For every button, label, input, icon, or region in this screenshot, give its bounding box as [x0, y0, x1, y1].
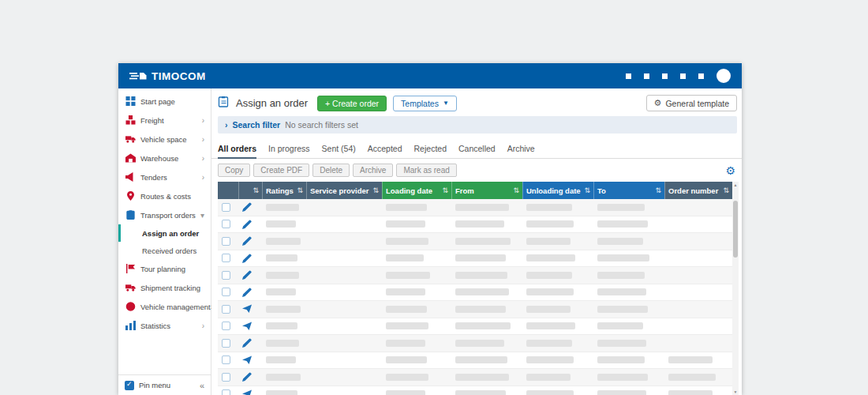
edit-pencil-icon[interactable] [242, 338, 252, 348]
sidebar-item-received-orders[interactable]: Received orders [118, 242, 211, 259]
create-pdf-button[interactable]: Create PDF [253, 164, 309, 177]
row-checkbox[interactable] [222, 254, 230, 262]
row-checkbox[interactable] [222, 203, 230, 212]
table-row[interactable] [218, 284, 732, 302]
scrollbar-thumb[interactable] [733, 201, 738, 258]
pin-menu-checkbox[interactable] [125, 381, 134, 390]
column-header-unloading_date[interactable]: Unloading date⇅ [522, 182, 593, 199]
sidebar-item-warehouse[interactable]: Warehouse› [118, 149, 211, 167]
vertical-scrollbar[interactable]: ▲ ▼ [732, 182, 739, 395]
sidebar-item-freight[interactable]: Freight› [118, 111, 211, 130]
sort-icon[interactable]: ⇅ [372, 186, 379, 194]
column-header-loading_date[interactable]: Loading date⇅ [382, 182, 451, 199]
sidebar-item-shipment-tracking[interactable]: Shipment tracking [118, 278, 211, 297]
sort-icon[interactable]: ⇅ [655, 186, 661, 194]
mark-as-read-button[interactable]: Mark as read [396, 164, 456, 177]
table-row[interactable] [218, 369, 732, 386]
scroll-up-icon[interactable]: ▲ [732, 182, 739, 187]
table-row[interactable] [218, 335, 732, 352]
tab-all-orders[interactable]: All orders [218, 144, 256, 159]
tab-accepted[interactable]: Accepted [368, 144, 402, 158]
cell-ratings [262, 318, 306, 335]
column-header-type[interactable]: ⇅ [238, 182, 262, 199]
sidebar-item-vehicle-space[interactable]: Vehicle space› [118, 130, 211, 149]
search-filter-bar[interactable]: › Search filter No search filters set [218, 116, 737, 134]
delete-button[interactable]: Delete [312, 164, 350, 177]
sort-icon[interactable]: ⇅ [584, 186, 590, 194]
row-checkbox[interactable] [222, 271, 230, 280]
column-header-order_number[interactable]: Order number⇅ [664, 182, 732, 199]
row-checkbox[interactable] [222, 288, 230, 296]
row-checkbox[interactable] [222, 220, 230, 228]
table-settings-gear-icon[interactable]: ⚙ [725, 164, 735, 177]
sent-icon[interactable] [242, 304, 252, 314]
topbar-app-icon[interactable] [680, 73, 686, 79]
archive-button[interactable]: Archive [353, 164, 393, 177]
sent-icon[interactable] [242, 389, 252, 395]
sidebar-item-tour-planning[interactable]: Tour planning [118, 259, 211, 278]
user-avatar[interactable] [716, 69, 731, 83]
edit-pencil-icon[interactable] [242, 236, 252, 246]
sort-icon[interactable]: ⇅ [513, 186, 519, 194]
row-checkbox[interactable] [222, 339, 230, 348]
column-header-ratings[interactable]: Ratings⇅ [262, 182, 306, 199]
tab-rejected[interactable]: Rejected [414, 144, 447, 158]
column-header-to[interactable]: To⇅ [593, 182, 664, 199]
tab-cancelled[interactable]: Cancelled [458, 144, 496, 158]
chart-icon [125, 321, 136, 330]
sidebar-item-routes-costs[interactable]: Routes & costs [118, 186, 211, 205]
edit-pencil-icon[interactable] [242, 288, 252, 297]
edit-pencil-icon[interactable] [242, 372, 252, 382]
row-checkbox[interactable] [222, 389, 230, 395]
row-checkbox[interactable] [222, 237, 230, 246]
table-row[interactable] [218, 250, 732, 268]
tab-sent-54[interactable]: Sent (54) [322, 144, 356, 158]
tab-in-progress[interactable]: In progress [268, 144, 310, 158]
table-row[interactable] [218, 267, 732, 284]
edit-pencil-icon[interactable] [242, 220, 252, 229]
edit-pencil-icon[interactable] [242, 254, 252, 263]
row-checkbox[interactable] [222, 322, 230, 330]
sidebar-item-transport-orders[interactable]: Transport orders▾ [118, 205, 211, 224]
row-checkbox[interactable] [222, 373, 230, 382]
sort-icon[interactable]: ⇅ [297, 186, 303, 194]
table-row[interactable] [218, 318, 732, 336]
cell-to [593, 284, 664, 301]
sort-icon[interactable]: ⇅ [253, 186, 259, 194]
scroll-down-icon[interactable]: ▼ [732, 389, 739, 394]
table-row[interactable] [218, 233, 732, 250]
table-row[interactable] [218, 216, 732, 234]
placeholder-bar [668, 390, 713, 395]
sort-icon[interactable]: ⇅ [442, 186, 448, 194]
expand-filter-icon[interactable]: › [225, 120, 228, 130]
edit-pencil-icon[interactable] [242, 270, 252, 280]
edit-pencil-icon[interactable] [242, 202, 252, 212]
table-row[interactable] [218, 199, 732, 216]
row-checkbox[interactable] [222, 356, 230, 364]
sort-icon[interactable]: ⇅ [723, 186, 729, 194]
templates-button[interactable]: Templates ▼ [393, 96, 457, 111]
sidebar-item-statistics[interactable]: Statistics› [118, 316, 211, 335]
row-checkbox[interactable] [222, 305, 230, 314]
topbar-app-icon[interactable] [662, 73, 668, 79]
sent-icon[interactable] [242, 322, 252, 331]
sidebar-item-assign-an-order[interactable]: Assign an order [118, 224, 211, 242]
pin-menu[interactable]: Pin menu « [118, 374, 211, 395]
collapse-sidebar-icon[interactable]: « [200, 381, 204, 390]
sidebar-item-start-page[interactable]: Start page [118, 92, 211, 111]
topbar-app-icon[interactable] [644, 73, 649, 79]
general-template-button[interactable]: ⚙ General template [646, 95, 737, 111]
create-order-button[interactable]: + Create order [317, 96, 387, 111]
topbar-app-icon[interactable] [626, 73, 631, 79]
sidebar-item-vehicle-management[interactable]: Vehicle management› [118, 297, 211, 316]
column-header-from[interactable]: From⇅ [451, 182, 522, 199]
sent-icon[interactable] [242, 356, 252, 365]
copy-button[interactable]: Copy [218, 164, 250, 177]
table-row[interactable] [218, 386, 732, 395]
table-row[interactable] [218, 301, 732, 318]
column-header-service_provider[interactable]: Service provider⇅ [306, 182, 382, 199]
sidebar-item-tenders[interactable]: Tenders› [118, 167, 211, 186]
tab-archive[interactable]: Archive [507, 144, 535, 158]
table-row[interactable] [218, 352, 732, 370]
topbar-app-icon[interactable] [698, 73, 704, 79]
